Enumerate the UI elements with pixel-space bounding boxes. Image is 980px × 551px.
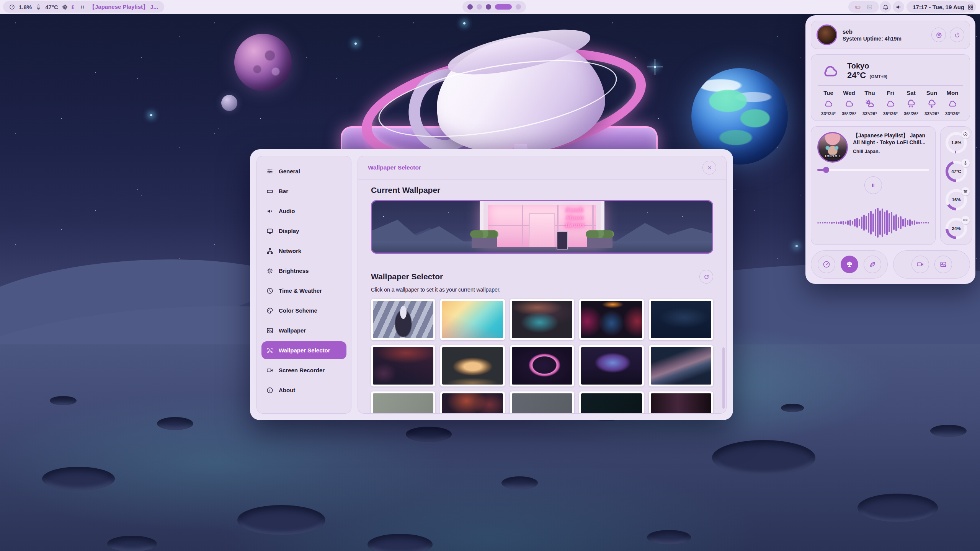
sidebar-item-label: Bar xyxy=(279,188,288,194)
tray-picture-icon[interactable] xyxy=(866,4,873,10)
wallpaper-thumbnail-crimson-grove[interactable] xyxy=(440,391,505,414)
sidebar-item-network[interactable]: Network xyxy=(261,242,346,260)
visualizer-bar xyxy=(840,221,842,224)
wallpaper-thumbnail-snow-forest[interactable] xyxy=(649,299,713,340)
workspace-dot-occupied[interactable] xyxy=(486,4,491,10)
visualizer-bar xyxy=(836,222,837,224)
audio-icon xyxy=(266,208,273,215)
forecast-day-name: Tue xyxy=(823,90,833,96)
screen-record-button[interactable] xyxy=(911,256,929,273)
seek-knob[interactable] xyxy=(823,167,829,173)
cafe-planter xyxy=(472,236,497,248)
visualizer-bar xyxy=(914,220,915,225)
power-button[interactable] xyxy=(950,28,964,42)
overview-button[interactable] xyxy=(965,1,976,13)
wallpaper-thumbnail-dark-teal[interactable] xyxy=(579,391,644,414)
power-profile-balanced-button[interactable] xyxy=(841,256,858,273)
sidebar-item-time-weather[interactable]: Time & Weather xyxy=(261,282,346,300)
media-title: 【Japanese Playlist】 Japan All Night - To… xyxy=(853,132,929,146)
crater xyxy=(781,404,804,412)
seek-slider[interactable] xyxy=(817,169,929,171)
visualizer-bar xyxy=(849,220,851,226)
sidebar-item-wallpaper[interactable]: Wallpaper xyxy=(261,321,346,339)
refresh-button[interactable] xyxy=(699,270,713,284)
screenshot-button[interactable] xyxy=(934,256,952,273)
stat-ring-chip: 16% xyxy=(946,189,967,210)
purple-planet xyxy=(234,34,292,91)
system-stats-pill[interactable]: 1.8%47°C8G xyxy=(3,1,85,13)
stat-ring-badge xyxy=(961,159,970,167)
stat-value: 1.8% xyxy=(19,4,32,10)
wallpaper-thumbnail-grey-slate[interactable] xyxy=(510,391,574,414)
crater xyxy=(42,467,115,491)
scales-icon xyxy=(846,261,853,268)
wallpaper-thumbnail-sage-mist[interactable] xyxy=(371,391,435,414)
wallpaper-icon xyxy=(266,327,273,334)
tray-controller-icon[interactable] xyxy=(854,4,861,10)
settings-button[interactable] xyxy=(931,28,946,42)
notifications-button[interactable] xyxy=(880,1,891,13)
sidebar-item-audio[interactable]: Audio xyxy=(261,202,346,220)
system-tray[interactable] xyxy=(848,1,879,13)
clock[interactable]: 17:17 - Tue, 19 Aug xyxy=(906,1,970,13)
workspace-dot-empty[interactable] xyxy=(516,4,521,10)
visualizer-bar xyxy=(925,222,927,223)
visualizer-bar xyxy=(847,220,849,225)
workspace-dot-occupied[interactable] xyxy=(467,4,473,10)
bright-star xyxy=(463,22,466,24)
wallpaper-selector-icon xyxy=(266,347,273,354)
wallpaper-image xyxy=(442,393,503,414)
wallpaper-thumbnail-nebula-forest[interactable] xyxy=(579,345,644,386)
visualizer-bar xyxy=(893,215,895,230)
wallpaper-thumbnail-anime-crosswalk[interactable] xyxy=(371,299,435,340)
stat-ring-thermometer: 47°C xyxy=(946,161,967,182)
cloud-icon xyxy=(820,62,841,80)
visualizer-bar xyxy=(902,219,904,227)
cloud-icon xyxy=(947,99,957,109)
media-pill[interactable]: 【Japanese Playlist】 J... xyxy=(74,1,164,13)
wallpaper-thumbnail-particle-wave[interactable] xyxy=(649,345,713,386)
sidebar-item-bar[interactable]: Bar xyxy=(261,182,346,200)
power-profile-power-saver-button[interactable] xyxy=(864,256,881,273)
sidebar-item-general[interactable]: General xyxy=(261,162,346,180)
chip-icon xyxy=(963,189,968,194)
cloud-icon xyxy=(844,99,854,109)
disk-icon xyxy=(963,218,968,222)
gauge-icon xyxy=(963,132,968,137)
play-pause-button[interactable] xyxy=(864,176,882,194)
wallpaper-thumbnail-pastel-gradient[interactable] xyxy=(440,299,505,340)
wallpaper-image xyxy=(512,347,572,385)
sidebar-item-about[interactable]: About xyxy=(261,381,346,399)
wallpaper-image xyxy=(651,301,711,338)
crater xyxy=(930,425,967,437)
cloud-icon xyxy=(823,99,833,109)
gauge-icon xyxy=(9,4,15,10)
scrollbar-thumb[interactable] xyxy=(722,347,725,409)
forecast-day: Wed 35°/25° xyxy=(840,90,859,116)
wallpaper-thumbnail-aurora-blur[interactable] xyxy=(510,299,574,340)
sidebar-item-color-scheme[interactable]: Color Scheme xyxy=(261,302,346,320)
workspace-dot-active[interactable] xyxy=(495,4,512,10)
sidebar-item-screen-recorder[interactable]: Screen Recorder xyxy=(261,361,346,379)
sidebar-item-display[interactable]: Display xyxy=(261,222,346,240)
power-profile-performance-button[interactable] xyxy=(818,256,835,273)
workspace-dot-empty[interactable] xyxy=(477,4,482,10)
wallpaper-image xyxy=(512,393,572,414)
current-wallpaper-heading: Current Wallpaper xyxy=(371,186,713,195)
wallpaper-thumbnail-lofi-coffee-shop[interactable] xyxy=(440,345,505,386)
volume-button[interactable] xyxy=(893,1,904,13)
wallpaper-image xyxy=(651,393,711,414)
sidebar-item-brightness[interactable]: Brightness xyxy=(261,262,346,280)
visualizer-bar xyxy=(861,217,862,229)
sidebar-item-wallpaper-selector[interactable]: Wallpaper Selector xyxy=(261,341,346,359)
wallpaper-thumbnail-ember-ridge[interactable] xyxy=(371,345,435,386)
close-icon xyxy=(707,165,712,171)
crater xyxy=(50,396,77,405)
close-button[interactable] xyxy=(702,161,716,174)
visualizer-bar xyxy=(866,216,867,230)
wallpaper-thumbnail-magenta-ring[interactable] xyxy=(510,345,574,386)
wallpaper-thumbnail-neon-arcade[interactable] xyxy=(579,299,644,340)
forecast-day: Fri 35°/26° xyxy=(881,90,900,116)
wallpaper-thumbnail-maroon-haze[interactable] xyxy=(649,391,713,414)
sidebar-item-label: Display xyxy=(279,228,299,234)
